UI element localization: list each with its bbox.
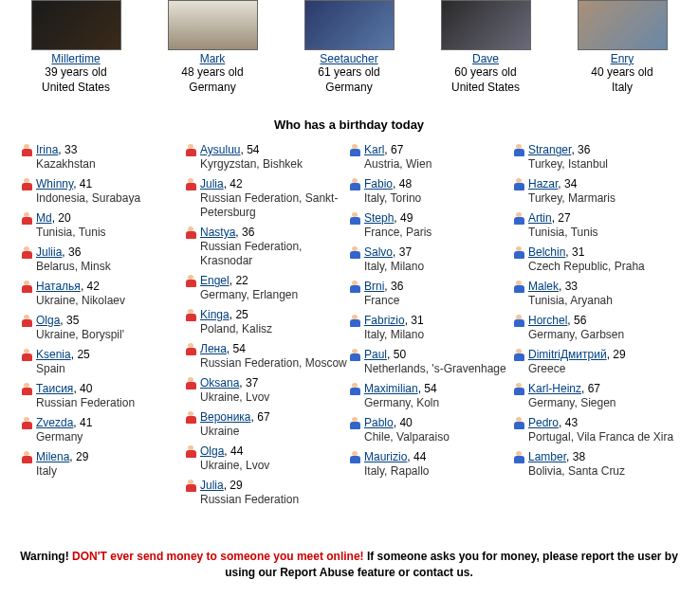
female-avatar-icon [185,226,196,239]
person-name-link[interactable]: Artin [528,211,552,225]
person-age-value: 33 [565,280,578,293]
person-name-link[interactable]: Наталья [36,280,81,293]
person-name-link[interactable]: Md [36,211,52,225]
male-avatar-icon [349,212,360,225]
person-age-value: 25 [77,348,89,361]
featured-card: Mark48 years oldGermany [149,0,277,95]
person-name-link[interactable]: Steph [364,211,394,225]
featured-country: Germany [285,81,413,96]
person-name-link[interactable]: Fabio [364,177,393,190]
female-avatar-icon [21,212,32,225]
person-name-link[interactable]: Engel [200,274,230,287]
person-location: Tunisia, Tunis [528,226,598,239]
featured-photo[interactable] [168,0,258,50]
birthday-person: Наталья, 42Ukraine, Nikolaev [21,280,185,308]
person-age-value: 50 [394,348,406,361]
female-avatar-icon [185,343,196,355]
person-name-link[interactable]: Julia [200,479,224,492]
featured-photo[interactable] [31,0,121,50]
featured-photo[interactable] [441,0,531,50]
person-name-link[interactable]: Pablo [364,416,394,429]
person-location: Bolivia, Santa Cruz [528,464,625,478]
person-location: Netherlands, 's-Gravenhage [364,362,506,375]
birthday-person: Таисия, 40Russian Federation [21,382,185,410]
featured-card: Dave60 years oldUnited States [422,0,550,95]
featured-photo[interactable] [578,0,668,50]
person-age: , [566,450,573,463]
male-avatar-icon [349,246,360,259]
birthday-person: Lamber, 38Bolivia, Santa Cruz [513,450,677,479]
person-name-link[interactable]: Zvezda [36,416,73,429]
featured-name-link[interactable]: Seetaucher [320,52,377,65]
person-name-link[interactable]: Olga [36,314,60,327]
person-name-link[interactable]: Aysuluu [200,143,240,156]
person-location: France [364,294,399,307]
person-name-link[interactable]: Nastya [200,226,235,239]
person-name-link[interactable]: Juliia [36,245,62,259]
person-name-link[interactable]: Лена [200,342,227,355]
featured-card: Seetaucher61 years oldGermany [285,0,413,95]
person-name-link[interactable]: Ksenia [36,348,71,361]
person-name-link[interactable]: Whinny [36,177,73,190]
featured-photo[interactable] [304,0,395,50]
birthday-person: Md, 20Tunisia, Tunis [21,211,185,240]
person-name-link[interactable]: Julia [200,177,224,190]
featured-card: Millertime39 years oldUnited States [12,0,140,95]
person-age: , [393,177,399,190]
person-name-link[interactable]: Maurizio [364,450,407,463]
male-avatar-icon [513,383,524,395]
female-avatar-icon [185,309,196,321]
birthday-column: Karl, 67Austria, WienFabio, 48Italy, Tor… [349,143,513,513]
featured-name-link[interactable]: Dave [472,52,499,65]
featured-name-link[interactable]: Enry [611,52,634,65]
person-age-value: 27 [558,211,570,225]
female-avatar-icon [21,383,32,395]
featured-age: 61 years old [285,65,413,81]
person-location: Czech Republic, Praha [528,260,645,273]
person-name-link[interactable]: Malek [528,280,559,293]
person-name-link[interactable]: Lamber [528,450,566,463]
person-name-link[interactable]: Karl [364,143,384,156]
person-name-link[interactable]: Olga [200,444,224,458]
person-name-link[interactable]: Horchel [528,314,567,327]
birthday-person: Kinga, 25Poland, Kalisz [185,308,349,336]
birthday-person: Malek, 33Tunisia, Aryanah [513,280,677,308]
person-age-value: 54 [424,382,436,395]
person-name-link[interactable]: Pedro [528,416,559,429]
person-name-link[interactable]: Belchin [528,245,565,259]
person-location: Ukraine, Lvov [200,390,269,404]
birthday-person: Whinny, 41Indonesia, Surabaya [21,177,185,206]
person-name-link[interactable]: Milena [36,450,69,463]
birthday-column: Aysuluu, 54Kyrgyzstan, BishkekJulia, 42R… [185,143,349,513]
featured-card: Enry40 years oldItaly [559,0,687,95]
person-age-value: 29 [230,479,242,492]
person-name-link[interactable]: Stranger [528,143,571,156]
person-location: Spain [36,362,65,375]
person-name-link[interactable]: Maximilian [364,382,418,395]
birthday-person: Oksana, 37Ukraine, Lvov [185,376,349,405]
person-age-value: 40 [80,382,92,395]
male-avatar-icon [349,144,360,156]
person-age-value: 54 [233,342,246,355]
female-avatar-icon [21,178,32,190]
female-avatar-icon [185,377,196,390]
person-name-link[interactable]: Oksana [200,376,239,390]
person-name-link[interactable]: Fabrizio [364,314,405,327]
person-name-link[interactable]: Вероника [200,410,251,424]
person-name-link[interactable]: Kinga [200,308,230,321]
male-avatar-icon [513,451,524,463]
person-name-link[interactable]: Salvo [364,245,393,259]
person-age-value: 34 [564,177,577,190]
featured-age: 60 years old [422,65,550,81]
person-age-value: 44 [230,444,243,458]
person-name-link[interactable]: Hazar [528,177,558,190]
person-name-link[interactable]: Таисия [36,382,73,395]
person-name-link[interactable]: Karl-Heinz [528,382,581,395]
person-name-link[interactable]: DimitriДмитрий [528,348,607,361]
person-age-value: 38 [573,450,585,463]
featured-name-link[interactable]: Millertime [51,52,100,65]
person-name-link[interactable]: Irina [36,143,58,156]
person-name-link[interactable]: Brni [364,280,384,293]
featured-name-link[interactable]: Mark [200,52,226,65]
person-name-link[interactable]: Paul [364,348,387,361]
